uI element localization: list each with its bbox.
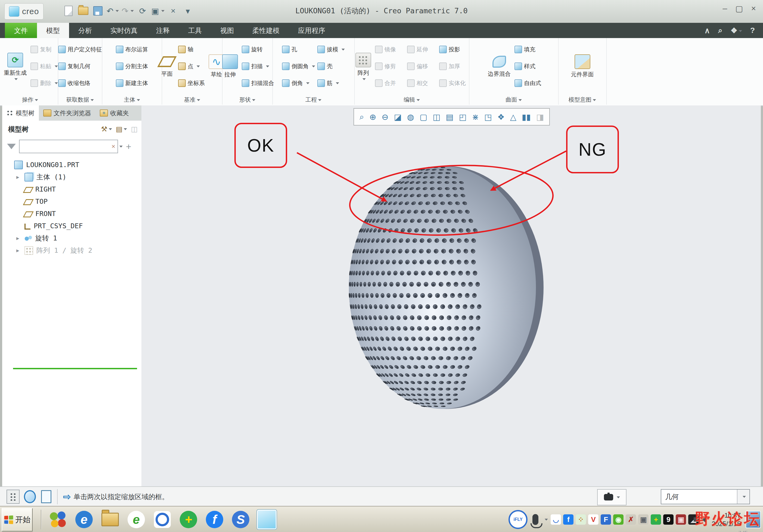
selection-filter-caret[interactable] — [737, 489, 749, 504]
flash-icon[interactable]: f — [205, 510, 224, 529]
tray-power-plug-icon[interactable]: ✗ — [626, 514, 636, 525]
perspective-icon[interactable]: ◰ — [459, 112, 467, 122]
shading-icon[interactable]: ◍ — [407, 112, 414, 122]
swept-blend-button[interactable]: 扫描混合 — [242, 75, 274, 92]
copy-geometry-button[interactable]: 复制几何 — [58, 58, 102, 75]
shrinkwrap-button[interactable]: 收缩包络 — [58, 75, 102, 92]
model-tree-toggle-icon[interactable] — [7, 489, 20, 504]
style-button[interactable]: 样式 — [514, 58, 541, 75]
iflytek-icon[interactable]: iFLY — [508, 510, 527, 529]
tab-analysis[interactable]: 分析 — [69, 23, 101, 38]
group-label-5[interactable]: 工程 — [272, 96, 354, 104]
volume-icon[interactable] — [701, 516, 706, 523]
draft-button[interactable]: 拔模 — [317, 41, 345, 58]
tab-tools[interactable]: 工具 — [179, 23, 211, 38]
spin-center-icon[interactable]: ❖ — [497, 112, 505, 122]
restore-button[interactable]: ▢ — [735, 4, 743, 13]
pause-icon[interactable]: ▮▮ — [522, 112, 531, 122]
3d-mode-icon[interactable]: ◨ — [536, 112, 544, 122]
command-search-icon[interactable]: ⌕ — [718, 26, 722, 35]
tree-item[interactable]: ▶阵列 1 / 旋转 2 — [2, 244, 141, 256]
group-label-1[interactable]: 获取数据 — [58, 96, 102, 104]
tree-item[interactable]: ▶主体 (1) — [2, 171, 141, 183]
tree-item[interactable]: RIGHT — [2, 183, 141, 195]
selection-filter[interactable]: 几何 — [661, 489, 750, 504]
point-button[interactable]: 点 — [178, 58, 205, 75]
hole-button[interactable]: 孔 — [282, 41, 315, 58]
sweep-button[interactable]: 扫描 — [242, 58, 274, 75]
safe-360-icon[interactable]: + — [179, 510, 198, 529]
group-label-4[interactable]: 形状 — [222, 96, 272, 104]
tray-ime-9-icon[interactable]: 9 — [663, 514, 674, 525]
expander-icon[interactable]: ▶ — [16, 235, 25, 241]
blank-page-icon[interactable] — [40, 490, 52, 503]
launcher-colorballs-icon[interactable] — [48, 510, 68, 529]
tab-model[interactable]: 模型 — [37, 23, 69, 38]
tree-item[interactable]: FRONT — [2, 208, 141, 220]
tab-flexible-modeling[interactable]: 柔性建模 — [243, 23, 289, 38]
component-interface-button[interactable]: 元件界面 — [569, 54, 596, 78]
tray-speaker-muted-icon[interactable]: ◢ — [688, 514, 699, 525]
close-button[interactable]: × — [751, 4, 756, 13]
saved-views-icon[interactable]: ◫ — [433, 112, 440, 122]
panel-tab-favorites[interactable]: ✳收藏夹 — [95, 105, 133, 121]
tab-applications[interactable]: 应用程序 — [289, 23, 334, 38]
tree-settings-icon[interactable]: ▤ — [116, 125, 127, 133]
tree-show-icon[interactable]: ◫ — [131, 125, 138, 133]
tray-grid-tool-icon[interactable]: ⁘ — [576, 514, 586, 525]
datum-plane-button[interactable]: 平面 — [158, 55, 176, 78]
tray-wps-icon[interactable]: V — [588, 514, 599, 525]
graphics-area[interactable]: ⌕⊕⊖◪◍▢◫▤◰⋇◳❖△▮▮◨ OK NG — [141, 105, 761, 487]
udf-button[interactable]: 用户定义特征 — [58, 41, 102, 58]
expander-icon[interactable]: ▶ — [16, 247, 25, 253]
tree-filter-input[interactable] — [20, 141, 109, 152]
help-icon[interactable]: ? — [750, 26, 755, 35]
tab-live-simulation[interactable]: 实时仿真 — [101, 23, 147, 38]
tray-shield-360-icon[interactable]: ◉ — [613, 514, 623, 525]
start-button[interactable]: 开始 — [2, 508, 33, 531]
tray-expand-caret[interactable] — [545, 519, 548, 521]
show-desktop-tile[interactable] — [746, 511, 761, 528]
taskbar-clock[interactable]: 10:07 2025/1/15 — [711, 511, 741, 528]
repaint-icon[interactable]: ◪ — [394, 112, 402, 122]
group-label-8[interactable]: 模型意图 — [558, 96, 606, 104]
datum-display-icon[interactable]: ⋇ — [472, 112, 479, 122]
group-label-7[interactable]: 曲面 — [469, 96, 558, 104]
revolve-button[interactable]: 旋转 — [242, 41, 274, 58]
zoom-window-icon[interactable]: ⌕ — [360, 112, 364, 122]
tree-item[interactable]: TOP — [2, 195, 141, 208]
tree-item[interactable]: LOUKONG01.PRT — [2, 159, 141, 171]
filter-add-icon[interactable]: + — [126, 141, 131, 152]
freestyle-button[interactable]: 自由式 — [514, 75, 541, 92]
split-body-button[interactable]: 分割主体 — [116, 58, 148, 75]
view-manager-icon[interactable]: ▤ — [446, 112, 453, 122]
file-manager-icon[interactable] — [100, 510, 120, 529]
new-body-button[interactable]: 新建主体 — [116, 75, 148, 92]
filter-dropdown-caret[interactable] — [119, 146, 123, 147]
rib-button[interactable]: 筋 — [317, 75, 345, 92]
tree-item[interactable]: PRT_CSYS_DEF — [2, 220, 141, 232]
panel-tab-model-tree[interactable]: 模型树 — [2, 105, 39, 121]
learning-connector-icon[interactable]: ❖ — [731, 26, 742, 35]
group-label-3[interactable]: 基准 — [162, 96, 222, 104]
pattern-button[interactable]: 阵列 — [354, 53, 373, 80]
chamfer-button[interactable]: 倒角 — [282, 75, 315, 92]
search-tool[interactable] — [597, 489, 626, 505]
zoom-out-icon[interactable]: ⊖ — [382, 112, 388, 122]
browser-360-icon[interactable]: e — [126, 510, 146, 529]
zoom-in-icon[interactable]: ⊕ — [370, 112, 376, 122]
fill-button[interactable]: 填充 — [514, 41, 541, 58]
group-label-2[interactable]: 主体 — [102, 96, 162, 104]
tray-flash-icon[interactable]: f — [563, 514, 574, 525]
csys-button[interactable]: 坐标系 — [178, 75, 205, 92]
simulation-warning-icon[interactable]: △ — [510, 112, 516, 122]
shell-button[interactable]: 壳 — [317, 58, 345, 75]
collapse-ribbon-icon[interactable]: ∧ — [705, 26, 710, 35]
regenerate-button[interactable]: ⟳重新生成 — [2, 53, 28, 80]
tray-netcafe-icon[interactable]: ◡ — [551, 514, 561, 525]
tray-f-app-icon[interactable]: F — [601, 514, 611, 525]
project-button[interactable]: 投影 — [439, 41, 470, 58]
tab-annotate[interactable]: 注释 — [147, 23, 179, 38]
boolean-button[interactable]: 布尔运算 — [116, 41, 148, 58]
axis-button[interactable]: 轴 — [178, 41, 205, 58]
